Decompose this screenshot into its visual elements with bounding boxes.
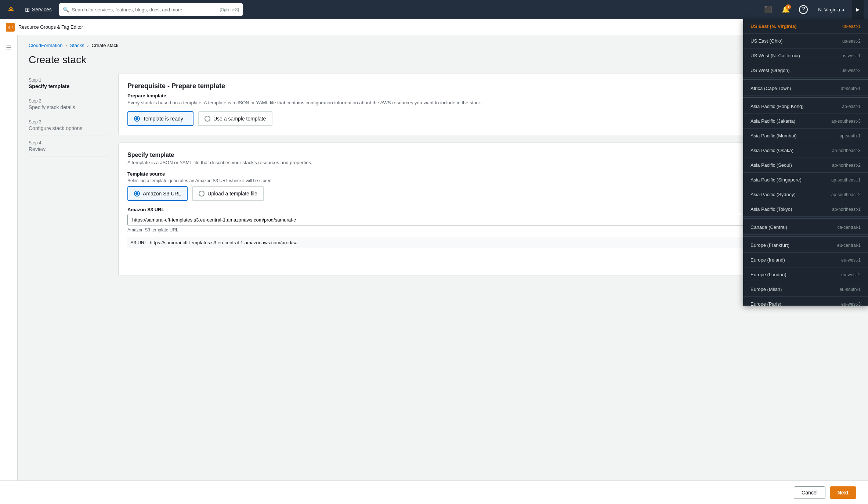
region-name-text: Asia Pacific (Seoul) bbox=[751, 162, 792, 168]
breadcrumb-cloudformation[interactable]: CloudFormation bbox=[29, 43, 63, 48]
prerequisite-card-title: Prerequisite - Prepare template bbox=[127, 82, 848, 90]
region-code: eu-west-2 bbox=[841, 272, 861, 277]
region-code: us-west-1 bbox=[842, 53, 861, 58]
region-item[interactable]: Europe (London) eu-west-2 bbox=[743, 267, 868, 282]
upload-template-radio bbox=[199, 191, 205, 197]
notifications-btn[interactable]: 🔔 1 bbox=[780, 4, 792, 15]
region-item[interactable]: Europe (Frankfurt) eu-central-1 bbox=[743, 238, 868, 253]
region-name: N. Virginia bbox=[818, 7, 840, 12]
region-code: af-south-1 bbox=[841, 86, 861, 91]
cancel-button[interactable]: Cancel bbox=[794, 486, 825, 499]
s3-url-input[interactable] bbox=[127, 214, 848, 226]
sidebar: ☰ bbox=[0, 35, 18, 504]
region-item[interactable]: US West (N. California) us-west-1 bbox=[743, 48, 868, 63]
sidebar-menu-btn[interactable]: ☰ bbox=[3, 41, 15, 55]
next-button[interactable]: Next bbox=[830, 486, 856, 499]
region-item[interactable]: Asia Pacific (Singapore) ap-southeast-1 bbox=[743, 173, 868, 187]
steps-panel: Step 1 Specify template Step 2 Specify s… bbox=[29, 73, 109, 283]
region-name-text: Asia Pacific (Singapore) bbox=[751, 177, 802, 183]
region-item[interactable]: US East (N. Virginia) us-east-1 bbox=[743, 19, 868, 34]
chevron-up-icon: ▲ bbox=[842, 8, 845, 12]
terminal-icon: ⬛ bbox=[764, 6, 772, 14]
help-icon: ? bbox=[799, 5, 808, 14]
region-dropdown: US East (N. Virginia) us-east-1 US East … bbox=[743, 19, 868, 306]
services-button[interactable]: ⊞ Services bbox=[21, 4, 55, 15]
region-item[interactable]: Asia Pacific (Tokyo) ap-northeast-1 bbox=[743, 202, 868, 217]
step-4: Step 4 Review bbox=[29, 136, 109, 157]
template-source-options: Amazon S3 URL Upload a template file bbox=[127, 186, 848, 201]
specify-template-title: Specify template bbox=[127, 152, 848, 158]
region-name-text: Asia Pacific (Jakarta) bbox=[751, 118, 795, 124]
template-ready-radio bbox=[134, 116, 140, 122]
region-code: ap-southeast-2 bbox=[831, 192, 861, 197]
region-name-text: Europe (Ireland) bbox=[751, 257, 785, 263]
aws-logo bbox=[4, 3, 18, 16]
upload-template-option[interactable]: Upload a template file bbox=[192, 186, 264, 201]
region-item[interactable]: US East (Ohio) us-east-2 bbox=[743, 34, 868, 48]
svg-point-1 bbox=[10, 8, 12, 10]
region-name-text: Asia Pacific (Tokyo) bbox=[751, 206, 792, 212]
help-btn[interactable]: ? bbox=[798, 4, 809, 15]
region-item[interactable]: Asia Pacific (Osaka) ap-northeast-3 bbox=[743, 143, 868, 158]
step-4-name: Review bbox=[29, 146, 109, 152]
region-name-text: Europe (Frankfurt) bbox=[751, 242, 789, 248]
s3-url-option[interactable]: Amazon S3 URL bbox=[127, 186, 188, 201]
breadcrumb-stacks[interactable]: Stacks bbox=[70, 43, 84, 48]
breadcrumb: CloudFormation › Stacks › Create stack bbox=[29, 43, 857, 48]
region-item[interactable]: Africa (Cape Town) af-south-1 bbox=[743, 81, 868, 96]
region-item[interactable]: Asia Pacific (Mumbai) ap-south-1 bbox=[743, 129, 868, 143]
prepare-template-desc: Every stack is based on a template. A te… bbox=[127, 100, 848, 105]
content-with-steps: Step 1 Specify template Step 2 Specify s… bbox=[29, 73, 857, 283]
template-ready-option[interactable]: Template is ready bbox=[127, 111, 194, 126]
nav-expand-btn[interactable]: ▶ bbox=[852, 0, 864, 19]
specify-template-desc: A template is a JSON or YAML file that d… bbox=[127, 160, 848, 165]
region-item[interactable]: Asia Pacific (Sydney) ap-southeast-2 bbox=[743, 187, 868, 202]
region-code: ap-northeast-3 bbox=[832, 148, 861, 153]
sub-navigation: 🏷 Resource Groups & Tag Editor bbox=[0, 19, 868, 35]
prepare-template-label: Prepare template bbox=[127, 93, 848, 98]
template-source-hint: Selecting a template generates an Amazon… bbox=[127, 178, 848, 183]
region-item[interactable]: US West (Oregon) us-west-2 bbox=[743, 63, 868, 78]
step-2-label: Step 2 bbox=[29, 98, 109, 104]
region-name-text: Europe (Paris) bbox=[751, 301, 781, 306]
region-code: us-east-2 bbox=[842, 39, 861, 44]
step-2-name: Specify stack details bbox=[29, 104, 109, 110]
main-content: CloudFormation › Stacks › Create stack C… bbox=[18, 35, 868, 504]
step-3: Step 3 Configure stack options bbox=[29, 115, 109, 136]
region-selector[interactable]: N. Virginia ▲ bbox=[815, 6, 848, 14]
terminal-icon-btn[interactable]: ⬛ bbox=[762, 4, 774, 15]
region-item[interactable]: Canada (Central) ca-central-1 bbox=[743, 220, 868, 235]
region-item[interactable]: Asia Pacific (Seoul) ap-northeast-2 bbox=[743, 158, 868, 173]
bottom-bar: Cancel Next bbox=[0, 480, 868, 504]
region-code: us-east-1 bbox=[842, 24, 861, 29]
sample-template-radio bbox=[205, 116, 210, 122]
breadcrumb-sep-1: › bbox=[66, 43, 67, 48]
region-item[interactable]: Europe (Paris) eu-west-3 bbox=[743, 297, 868, 306]
services-label: Services bbox=[32, 7, 52, 12]
region-item[interactable]: Asia Pacific (Jakarta) ap-southeast-3 bbox=[743, 114, 868, 129]
region-code: eu-central-1 bbox=[837, 243, 861, 248]
step-1-label: Step 1 bbox=[29, 78, 109, 83]
region-separator bbox=[743, 236, 868, 237]
page-layout: ☰ CloudFormation › Stacks › Create stack… bbox=[0, 35, 868, 504]
page-title: Create stack bbox=[29, 54, 857, 66]
region-code: ap-south-1 bbox=[840, 133, 861, 138]
s3-url-field-label: Amazon S3 URL bbox=[127, 207, 848, 212]
sample-template-label: Use a sample template bbox=[213, 116, 266, 122]
region-code: ca-central-1 bbox=[838, 225, 861, 230]
s3-url-display: S3 URL: https://samurai-cft-templates.s3… bbox=[127, 237, 848, 248]
amazon-s3-url-field: Amazon S3 URL Amazon S3 template URL bbox=[127, 207, 848, 233]
step-4-label: Step 4 bbox=[29, 140, 109, 145]
sample-template-option[interactable]: Use a sample template bbox=[198, 111, 272, 126]
search-shortcut: [Option+S] bbox=[220, 7, 239, 12]
prepare-template-options: Template is ready Use a sample template bbox=[127, 111, 848, 126]
region-name-text: US East (Ohio) bbox=[751, 38, 782, 44]
region-code: eu-south-1 bbox=[840, 287, 861, 292]
nav-right: ⬛ 🔔 1 ? N. Virginia ▲ bbox=[762, 4, 848, 15]
region-item[interactable]: Europe (Milan) eu-south-1 bbox=[743, 282, 868, 297]
region-item[interactable]: Europe (Ireland) eu-west-1 bbox=[743, 253, 868, 267]
search-input[interactable] bbox=[72, 7, 217, 12]
region-item[interactable]: Asia Pacific (Hong Kong) ap-east-1 bbox=[743, 99, 868, 114]
region-separator bbox=[743, 79, 868, 80]
search-bar-container: 🔍 [Option+S] bbox=[59, 3, 243, 16]
